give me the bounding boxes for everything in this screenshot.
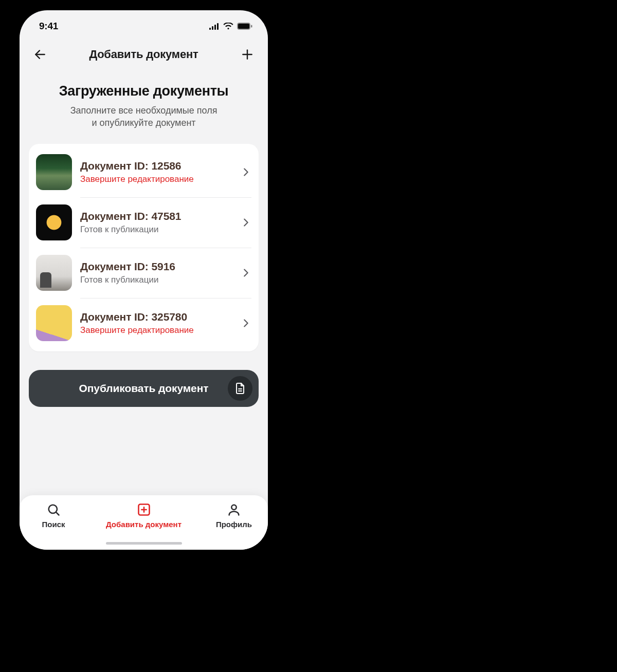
page-subtitle-line1: Заполните все необходимые поля xyxy=(70,105,217,116)
page-title: Загруженные документы xyxy=(32,83,256,99)
user-icon xyxy=(227,502,241,517)
document-title: Документ ID: 5916 xyxy=(80,260,232,273)
document-title: Документ ID: 47581 xyxy=(80,210,232,222)
arrow-left-icon xyxy=(33,48,47,61)
status-time: 9:41 xyxy=(39,21,58,32)
publish-icon-wrap xyxy=(228,376,252,401)
chevron-right-icon xyxy=(240,318,251,329)
document-row[interactable]: Документ ID: 325780 Завершите редактиров… xyxy=(29,298,259,348)
cellular-icon xyxy=(209,23,220,30)
svg-rect-5 xyxy=(238,24,249,29)
back-button[interactable] xyxy=(32,46,48,63)
add-button[interactable] xyxy=(239,46,256,63)
status-bar: 9:41 xyxy=(20,12,268,40)
document-thumbnail xyxy=(36,255,72,291)
chevron-right-icon xyxy=(240,217,251,228)
plus-square-icon xyxy=(137,502,151,517)
tab-profile[interactable]: Профиль xyxy=(213,502,255,550)
tab-bar: Поиск Добавить документ Профиль xyxy=(20,495,268,550)
document-status: Завершите редактирование xyxy=(80,174,232,184)
document-body: Документ ID: 47581 Готов к публикации xyxy=(80,210,232,235)
publish-button[interactable]: Опубликовать документ xyxy=(29,370,259,407)
svg-rect-2 xyxy=(214,25,216,30)
document-title: Документ ID: 12586 xyxy=(80,160,232,172)
svg-rect-0 xyxy=(209,28,211,30)
publish-label: Опубликовать документ xyxy=(79,382,209,395)
status-icons xyxy=(209,23,252,30)
document-status: Готов к публикации xyxy=(80,225,232,235)
battery-icon xyxy=(237,23,252,30)
chevron-right-icon xyxy=(240,166,251,178)
nav-title: Добавить документ xyxy=(89,48,198,61)
document-thumbnail xyxy=(36,305,72,341)
page-subtitle: Заполните все необходимые поля и опублик… xyxy=(32,104,256,129)
document-row[interactable]: Документ ID: 12586 Завершите редактирова… xyxy=(29,147,259,197)
documents-card: Документ ID: 12586 Завершите редактирова… xyxy=(29,144,259,351)
phone-frame: 9:41 Добавить документ Загруженные докум… xyxy=(20,10,268,550)
document-body: Документ ID: 5916 Готов к публикации xyxy=(80,260,232,285)
document-body: Документ ID: 12586 Завершите редактирова… xyxy=(80,160,232,184)
svg-rect-1 xyxy=(212,26,213,30)
page-header: Загруженные документы Заполните все необ… xyxy=(20,69,268,129)
document-body: Документ ID: 325780 Завершите редактиров… xyxy=(80,311,232,335)
nav-header: Добавить документ xyxy=(20,40,268,69)
document-status: Готов к публикации xyxy=(80,275,232,285)
svg-rect-3 xyxy=(217,23,219,30)
document-thumbnail xyxy=(36,154,72,190)
chevron-right-icon xyxy=(240,267,251,278)
search-icon xyxy=(46,502,61,517)
svg-line-13 xyxy=(56,512,59,515)
page-subtitle-line2: и опубликуйте документ xyxy=(92,118,195,128)
plus-icon xyxy=(241,48,254,61)
document-status: Завершите редактирование xyxy=(80,325,232,335)
tab-label: Поиск xyxy=(42,520,65,529)
document-thumbnail xyxy=(36,204,72,240)
document-row[interactable]: Документ ID: 47581 Готов к публикации xyxy=(29,197,259,248)
document-title: Документ ID: 325780 xyxy=(80,311,232,323)
svg-point-17 xyxy=(231,505,236,510)
tab-search[interactable]: Поиск xyxy=(33,502,74,550)
home-indicator xyxy=(106,542,182,545)
wifi-icon xyxy=(223,23,233,30)
svg-rect-6 xyxy=(251,25,252,28)
document-row[interactable]: Документ ID: 5916 Готов к публикации xyxy=(29,248,259,298)
document-icon xyxy=(234,382,246,395)
tab-label: Профиль xyxy=(216,520,252,529)
tab-label: Добавить документ xyxy=(106,520,182,529)
